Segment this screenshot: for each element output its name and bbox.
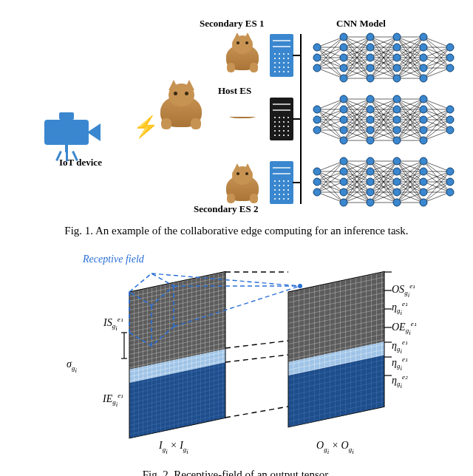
svg-line-276 [317, 192, 344, 203]
svg-point-368 [313, 178, 321, 186]
cat-image-input [155, 81, 207, 127]
svg-point-110 [340, 54, 347, 61]
svg-line-141 [317, 99, 344, 130]
svg-line-0 [317, 37, 344, 47]
svg-point-118 [393, 33, 401, 41]
svg-point-386 [420, 168, 427, 175]
svg-point-374 [340, 199, 347, 206]
bus-connector-1 [293, 55, 302, 56]
svg-point-384 [393, 199, 401, 206]
svg-point-372 [340, 178, 347, 186]
svg-point-108 [340, 33, 347, 41]
svg-point-257 [420, 126, 427, 134]
svg-line-352 [423, 161, 450, 171]
svg-point-382 [393, 178, 401, 186]
svg-line-235 [423, 130, 450, 140]
svg-point-378 [367, 188, 374, 196]
figure-2-caption: Fig. 2. Receptive-field of an output ten… [0, 466, 473, 476]
svg-point-127 [420, 75, 427, 82]
neural-network-1-icon [307, 28, 455, 87]
label-eta-3: ηgie₁ [392, 356, 408, 372]
server-secondary-2-icon [270, 161, 293, 204]
label-eta-2: ηgie₁ [392, 339, 408, 355]
svg-point-107 [313, 64, 321, 72]
svg-point-112 [340, 75, 347, 82]
svg-point-369 [313, 188, 321, 196]
svg-line-14 [317, 68, 344, 78]
camera-icon [44, 112, 111, 153]
svg-point-377 [367, 178, 374, 186]
secondary-es-2-label: Secondary ES 2 [194, 203, 258, 215]
svg-point-385 [420, 157, 427, 165]
svg-point-117 [367, 75, 374, 82]
svg-point-236 [313, 106, 321, 113]
svg-point-375 [367, 157, 374, 165]
svg-point-246 [367, 116, 374, 123]
svg-point-253 [393, 137, 401, 144]
svg-line-272 [317, 161, 344, 192]
label-IE: IEgie₁ [103, 392, 123, 408]
svg-point-116 [367, 64, 374, 72]
svg-point-370 [340, 157, 347, 165]
server-host-icon [270, 98, 293, 140]
neural-network-3-icon [307, 152, 455, 211]
svg-point-128 [446, 44, 454, 51]
svg-point-367 [313, 168, 321, 175]
svg-line-10 [317, 37, 344, 68]
neural-network-2-icon [307, 90, 455, 149]
svg-line-262 [317, 161, 344, 171]
label-sigma: σgi [67, 358, 77, 374]
svg-point-121 [393, 64, 401, 72]
svg-line-131 [317, 99, 344, 109]
svg-point-241 [340, 116, 347, 123]
svg-point-258 [420, 137, 427, 144]
svg-line-102 [423, 47, 450, 78]
svg-point-251 [393, 116, 401, 123]
svg-point-243 [340, 137, 347, 144]
cat-image-partition-host [222, 117, 263, 132]
svg-point-237 [313, 116, 321, 123]
svg-point-124 [420, 44, 427, 51]
svg-line-221 [423, 99, 450, 109]
bus-connector-2 [293, 118, 302, 120]
label-eta-4: ηgie₂ [392, 373, 408, 390]
svg-point-383 [393, 188, 401, 196]
svg-point-260 [446, 116, 454, 123]
host-es-label: Host ES [218, 85, 251, 97]
secondary-es-1-label: Secondary ES 1 [200, 18, 264, 30]
svg-point-106 [313, 54, 321, 61]
svg-point-119 [393, 44, 401, 51]
svg-point-390 [446, 168, 454, 175]
figure-2: Receptive field [0, 240, 473, 466]
svg-point-242 [340, 126, 347, 134]
svg-point-407 [298, 284, 302, 288]
svg-point-250 [393, 106, 401, 113]
svg-line-104 [423, 68, 450, 78]
svg-point-120 [393, 54, 401, 61]
svg-point-379 [367, 199, 374, 206]
svg-point-129 [446, 54, 454, 61]
svg-point-392 [446, 188, 454, 196]
svg-point-113 [367, 33, 374, 41]
svg-point-376 [367, 168, 374, 175]
svg-line-233 [423, 109, 450, 140]
svg-point-125 [420, 54, 427, 61]
svg-point-391 [446, 178, 454, 186]
svg-point-114 [367, 44, 374, 51]
svg-point-245 [367, 106, 374, 113]
svg-point-259 [446, 106, 454, 113]
svg-line-366 [423, 192, 450, 203]
svg-point-380 [393, 157, 401, 165]
label-eta-1: ηgie₁ [392, 300, 408, 316]
svg-point-123 [420, 33, 427, 41]
svg-point-255 [420, 106, 427, 113]
svg-point-371 [340, 168, 347, 175]
bus-connector-3 [293, 182, 302, 183]
svg-line-364 [423, 171, 450, 203]
cat-image-partition-2 [222, 164, 263, 201]
label-Odim: Ogi × Ogi [316, 440, 354, 455]
figure-1: IoT device Secondary ES 1 Host ES Second… [0, 0, 473, 222]
label-OE: OEgie₁ [392, 320, 417, 336]
label-IS: ISgie₁ [103, 316, 123, 332]
svg-point-373 [340, 188, 347, 196]
